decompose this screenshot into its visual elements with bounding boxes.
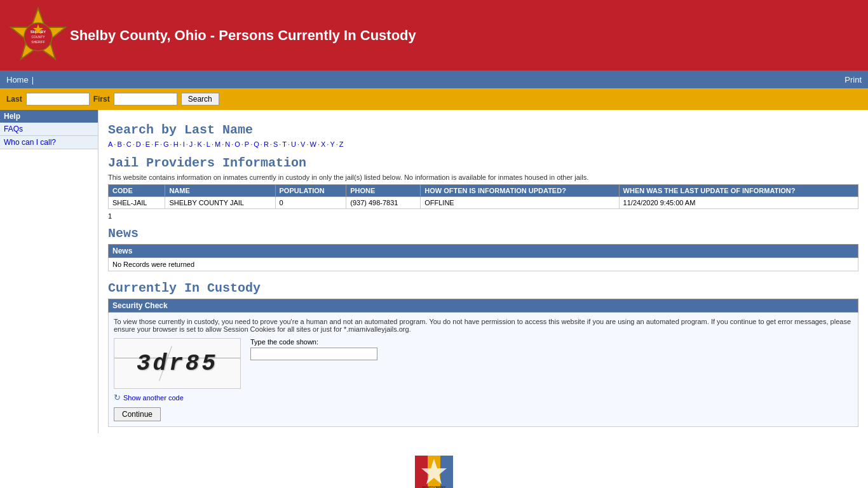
alpha-separator: · [123,140,125,148]
alpha-separator: · [231,140,233,148]
cell-name: SHELBY COUNTY JAIL [165,197,275,209]
jail-providers-heading: Jail Providers Information [108,156,858,170]
alpha-separator: · [270,140,272,148]
jail-row-count: 1 [108,212,858,220]
table-row: SHEL-JAILSHELBY COUNTY JAIL0(937) 498-78… [109,197,858,209]
nav-left: Home | [6,75,34,85]
navigation-bar: Home | Print [0,71,868,88]
alpha-link-T[interactable]: T [282,140,287,148]
header-title: Shelby County, Ohio - Persons Currently … [70,27,416,44]
cell-update_freq: OFFLINE [421,197,619,209]
alpha-link-U[interactable]: U [291,140,296,148]
alpha-separator: · [170,140,172,148]
alpha-separator: · [241,140,243,148]
alpha-link-R[interactable]: R [264,140,269,148]
currently-in-custody-heading: Currently In Custody [108,281,858,295]
alpha-separator: · [288,140,290,148]
content-area: Search by Last Name A · B · C · D · E · … [98,110,868,433]
alpha-link-K[interactable]: K [197,140,201,148]
who-call-link[interactable]: Who can I call? [4,138,56,147]
sheriff-star-icon: SHELBY COUNTY SHERIFF [6,5,70,65]
alpha-link-A[interactable]: A [108,140,112,148]
alpha-separator: · [261,140,262,148]
alpha-link-X[interactable]: X [321,140,325,148]
svg-text:MONTGOMERY: MONTGOMERY [423,485,446,488]
show-another-link[interactable]: Show another code [123,394,184,402]
alpha-link-G[interactable]: G [163,140,169,148]
alpha-link-Z[interactable]: Z [339,140,344,148]
cell-population: 0 [275,197,346,209]
alpha-separator: · [279,140,281,148]
captcha-input[interactable] [250,348,377,360]
alpha-link-Y[interactable]: Y [330,140,334,148]
alpha-link-J[interactable]: J [189,140,193,148]
sidebar-item-who-call[interactable]: Who can I call? [0,136,98,149]
captcha-input-area: Type the code shown: [250,338,377,360]
cell-last_update: 11/24/2020 9:45:00 AM [619,197,858,209]
faqs-link[interactable]: FAQs [4,125,23,133]
alpha-separator: · [194,140,196,148]
alpha-link-W[interactable]: W [310,140,316,148]
alpha-link-F[interactable]: F [154,140,159,148]
last-name-input[interactable] [26,93,90,105]
alphabet-search: A · B · C · D · E · F · G · H · I · J · … [108,140,858,148]
alpha-link-S[interactable]: S [273,140,278,148]
alpha-separator: · [186,140,188,148]
main-content: Help FAQs Who can I call? Search by Last… [0,110,868,433]
cell-phone: (937) 498-7831 [346,197,421,209]
show-another-code[interactable]: ↻ Show another code [114,393,241,402]
sidebar-help-header: Help [0,110,98,123]
refresh-icon: ↻ [114,393,121,402]
alpha-link-Q[interactable]: Q [254,140,259,148]
captcha-text: 3dr85 [137,351,218,377]
col-update-freq: HOW OFTEN IS INFORMATION UPDATED? [421,185,619,197]
captcha-image: 3dr85 [114,338,241,389]
alpha-separator: · [327,140,329,148]
last-name-label: Last [6,95,22,104]
alpha-link-E[interactable]: E [146,140,150,148]
alpha-link-L[interactable]: L [207,140,210,148]
news-heading: News [108,226,858,241]
news-header-bar: News [108,244,858,258]
search-by-last-name-heading: Search by Last Name [108,123,858,137]
alpha-link-I[interactable]: I [183,140,185,148]
home-link[interactable]: Home [6,75,29,85]
continue-button[interactable]: Continue [114,407,161,421]
alpha-link-O[interactable]: O [234,140,240,148]
alpha-separator: · [212,140,214,148]
captcha-area: 3dr85 ↻ Show another code Type the code … [114,338,853,402]
sidebar-item-faqs[interactable]: FAQs [0,123,98,136]
search-bar: Last First Search [0,88,868,110]
print-link[interactable]: Print [844,75,862,85]
page-header: SHELBY COUNTY SHERIFF Shelby County, Ohi… [0,0,868,71]
alpha-link-B[interactable]: B [117,140,121,148]
search-button[interactable]: Search [181,93,219,105]
alpha-link-C[interactable]: C [126,140,132,148]
alpha-link-H[interactable]: H [173,140,179,148]
news-body: No Records were returned [108,258,858,271]
alpha-link-V[interactable]: V [301,140,305,148]
cell-code: SHEL-JAIL [109,197,165,209]
alpha-separator: · [250,140,252,148]
jail-description: This website contains information on inm… [108,173,858,181]
footer: MONTGOMERY ©2001- 2022 Board of County C… [0,446,868,488]
security-check-body: To view those currently in custody, you … [108,313,858,427]
security-check-text: To view those currently in custody, you … [114,318,853,333]
sidebar: Help FAQs Who can I call? [0,110,98,433]
first-name-input[interactable] [114,93,177,105]
nav-separator: | [32,75,34,85]
col-name: NAME [165,185,275,197]
alpha-link-N[interactable]: N [225,140,230,148]
alpha-separator: · [318,140,320,148]
news-no-records: No Records were returned [112,261,194,268]
captcha-input-label: Type the code shown: [250,338,377,346]
alpha-link-P[interactable]: P [245,140,249,148]
montgomery-logo-icon: MONTGOMERY [415,456,453,488]
col-phone: PHONE [346,185,421,197]
alpha-link-M[interactable]: M [215,140,220,148]
security-check-header: Security Check [108,299,858,313]
alpha-separator: · [114,140,116,148]
alpha-separator: · [222,140,224,148]
alpha-link-D[interactable]: D [136,140,141,148]
alpha-separator: · [160,140,162,148]
